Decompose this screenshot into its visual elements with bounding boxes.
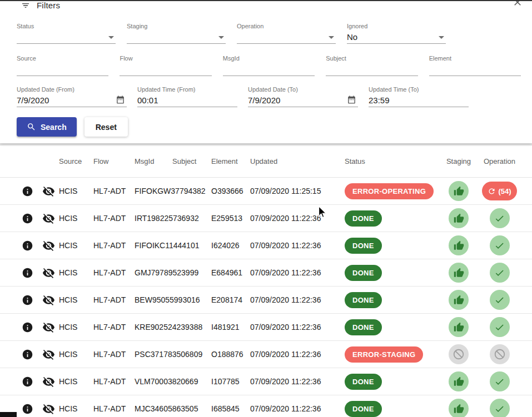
column-header-flow: Flow [93, 157, 135, 165]
filter-updated-date-from[interactable]: Updated Date (From) 7/9/2020 [17, 86, 127, 107]
filter-flow-input[interactable]: Flow [120, 55, 211, 76]
table-row: HCIS HL7-ADT FIFOIKC11444101 I624026 07/… [0, 232, 532, 259]
cell-element: I107785 [211, 377, 250, 386]
retry-count: (54) [498, 187, 511, 195]
info-button[interactable] [22, 294, 33, 306]
staging-approve-button[interactable] [449, 317, 469, 337]
column-header-status: Status [345, 157, 439, 165]
operation-done-icon [490, 263, 510, 283]
cell-msgid: KRE902524239388 [135, 323, 172, 331]
table-row: HCIS HL7-ADT MJC34605863505 I685845 07/0… [0, 395, 532, 417]
field-value: No [347, 32, 357, 42]
filter-actions: Search Reset [17, 117, 532, 137]
eye-off-button[interactable] [42, 403, 55, 415]
field-label: Status [17, 23, 116, 30]
chevron-down-icon [108, 36, 114, 39]
info-icon [22, 349, 33, 360]
eye-off-button[interactable] [42, 321, 55, 334]
staging-approve-button[interactable] [449, 235, 469, 255]
eye-off-icon [42, 294, 55, 307]
status-badge: ERROR-OPERATING [345, 183, 434, 199]
cell-msgid: FIFOKGW37794382 [135, 187, 172, 195]
info-button[interactable] [22, 240, 33, 252]
chevron-down-icon [439, 36, 444, 39]
info-icon [22, 376, 33, 388]
field-label: Operation [237, 23, 336, 30]
column-header-updated: Updated [250, 157, 345, 165]
info-button[interactable] [22, 403, 33, 415]
eye-off-button[interactable] [42, 294, 55, 307]
staging-approve-button[interactable] [449, 399, 469, 417]
filter-operation-select[interactable]: Operation [237, 23, 336, 44]
cell-flow: HL7-ADT [93, 404, 135, 413]
info-button[interactable] [22, 185, 33, 197]
search-button[interactable]: Search [17, 117, 77, 137]
thumb-up-icon [454, 295, 464, 305]
filter-source-input[interactable]: Source [17, 55, 108, 76]
filter-subject-input[interactable]: Subject [326, 55, 417, 76]
info-button[interactable] [22, 267, 33, 279]
staging-approve-button[interactable] [449, 371, 469, 391]
eye-off-button[interactable] [42, 267, 55, 279]
column-header-msgid: MsgId [135, 157, 172, 165]
status-badge: DONE [345, 374, 382, 390]
column-header-element: Element [211, 157, 250, 165]
info-icon [22, 321, 33, 333]
cell-element: I481921 [211, 323, 250, 331]
field-value: 7/9/2020 [17, 96, 49, 105]
eye-off-button[interactable] [42, 212, 55, 225]
staging-approve-button[interactable] [449, 181, 469, 201]
filter-updated-date-to[interactable]: Updated Date (To) 7/9/2020 [248, 86, 358, 107]
eye-off-button[interactable] [42, 348, 55, 361]
eye-off-button[interactable] [42, 375, 55, 388]
cell-updated: 07/09/2020 11:22:36 [250, 377, 345, 386]
operation-retry-button[interactable]: (54) [482, 182, 516, 200]
filter-row-text: Source Flow MsgId Subject Element [0, 55, 532, 76]
filter-staging-select[interactable]: Staging [127, 23, 226, 44]
eye-off-button[interactable] [42, 185, 55, 198]
info-button[interactable] [22, 321, 33, 333]
filters-header: Filters [0, 0, 532, 9]
staging-approve-button[interactable] [449, 208, 469, 228]
reset-button[interactable]: Reset [84, 117, 128, 137]
cell-source: HCIS [59, 323, 93, 331]
cell-element: I624026 [211, 241, 250, 250]
info-button[interactable] [22, 349, 33, 360]
calendar-icon[interactable] [116, 95, 125, 104]
status-badge: DONE [345, 401, 382, 417]
cell-source: HCIS [59, 187, 93, 195]
screen-corner-artifact [0, 412, 17, 417]
operation-done-icon [490, 290, 510, 310]
cell-updated: 07/09/2020 11:25:15 [250, 187, 345, 195]
field-value: 23:59 [369, 96, 390, 105]
table-header: Source Flow MsgId Subject Element Update… [0, 145, 532, 178]
filter-element-input[interactable]: Element [429, 55, 521, 76]
info-icon [22, 213, 33, 224]
table-row: HCIS HL7-ADT PSC371783506809 O188876 07/… [0, 341, 532, 368]
info-button[interactable] [22, 376, 33, 388]
staging-blocked-icon [449, 344, 469, 364]
cell-updated: 07/09/2020 11:22:36 [250, 268, 345, 277]
eye-off-button[interactable] [42, 239, 55, 252]
cell-updated: 07/09/2020 11:22:36 [250, 350, 345, 359]
calendar-icon[interactable] [347, 95, 356, 104]
cell-updated: 07/09/2020 11:22:36 [250, 295, 345, 304]
table-row: HCIS HL7-ADT GMJ79789523999 E684961 07/0… [0, 259, 532, 287]
filter-row-datetime: Updated Date (From) 7/9/2020 Updated Tim… [0, 86, 532, 107]
field-label: Updated Time (To) [369, 86, 469, 93]
field-label: Updated Date (To) [248, 86, 358, 93]
close-filters-button[interactable] [512, 0, 524, 8]
staging-approve-button[interactable] [449, 263, 469, 283]
eye-off-icon [42, 185, 55, 198]
filter-msgid-input[interactable]: MsgId [223, 55, 315, 76]
filter-ignored-select[interactable]: Ignored No [347, 23, 446, 44]
filter-status-select[interactable]: Status [17, 23, 116, 44]
cell-flow: HL7-ADT [93, 187, 135, 195]
info-button[interactable] [22, 213, 33, 224]
info-icon [22, 294, 33, 306]
staging-approve-button[interactable] [449, 290, 469, 310]
eye-off-icon [42, 212, 55, 225]
filter-updated-time-to[interactable]: Updated Time (To) 23:59 [369, 86, 469, 107]
filter-updated-time-from[interactable]: Updated Time (From) 00:01 [137, 86, 237, 107]
cell-element: E684961 [211, 268, 250, 277]
